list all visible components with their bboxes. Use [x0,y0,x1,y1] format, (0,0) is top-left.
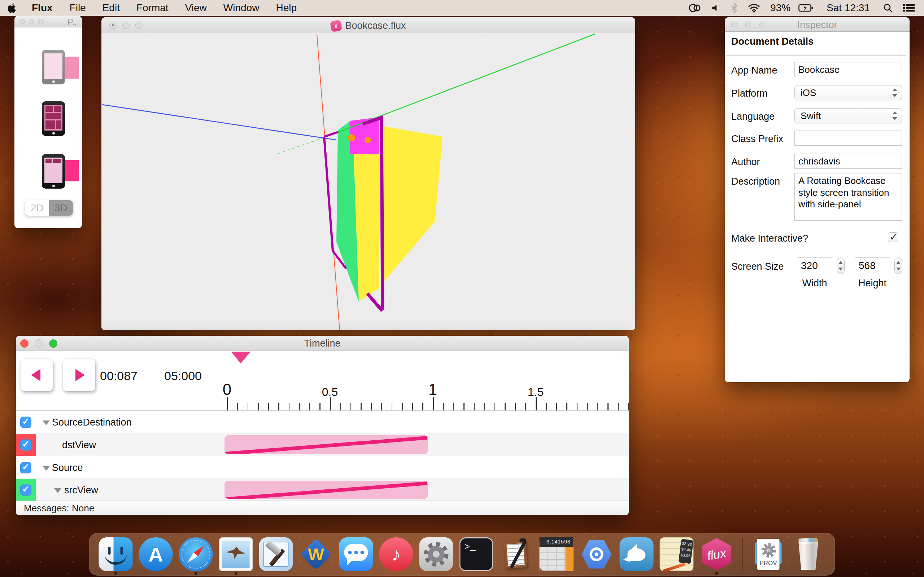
dock-messages[interactable] [339,537,373,571]
timeline-title: Timeline [16,338,629,349]
wifi-icon[interactable] [748,3,760,13]
ruler-major-ticks[interactable] [227,397,629,410]
creative-cloud-icon[interactable] [689,3,701,13]
make-interactive-label: Make Interactive? [731,233,808,244]
dock-terminal[interactable]: >_ [459,537,493,571]
platform-popup[interactable]: iOS [795,85,902,100]
language-popup[interactable]: Swift [795,108,902,123]
layer-row-srcview[interactable]: srcView [16,479,629,501]
language-value: Swift [801,110,821,121]
dock-flux[interactable]: flux [700,537,734,571]
apple-menu[interactable] [0,3,23,13]
side-panel-magenta [65,160,79,181]
description-field[interactable]: A Rotating Bookcase style screen transit… [795,173,902,221]
layer-name: Source [52,462,83,473]
layer-row-dstview[interactable]: dstView [16,434,629,456]
transition-style-sidepanel[interactable] [42,154,65,189]
menu-help[interactable]: Help [267,2,305,14]
trash-bin [797,542,820,570]
dock-w-rope-app[interactable]: W [299,537,333,571]
palette-window: P.. 2D 3D [15,16,82,228]
menu-format[interactable]: Format [128,2,177,14]
timeline-titlebar[interactable]: Timeline [16,336,629,351]
app-name-field[interactable] [795,62,902,77]
menu-clock[interactable]: Sat 12:31 [827,2,870,14]
disclosure-triangle-icon[interactable] [43,421,50,425]
minimize-button[interactable] [29,19,34,24]
document-titlebar[interactable]: fl Bookcase.flux [102,17,635,33]
layer-row-sourcedestination[interactable]: SourceDestination [16,411,629,434]
desktop: { "colors": { "accent_pink": "#ec3f8d", … [0,0,924,577]
width-stepper[interactable] [837,258,845,274]
author-field[interactable] [795,154,902,169]
scene-canvas-3d[interactable] [102,33,635,330]
dock: A W ♪ >_ 3.141593 $8.92$4.4 [89,533,835,575]
make-interactive-checkbox[interactable] [888,232,898,242]
toggle-2d[interactable]: 2D [25,200,49,216]
playhead[interactable] [231,351,250,364]
screen-height-field[interactable] [855,258,890,274]
zoom-button[interactable] [38,19,44,24]
menu-edit[interactable]: Edit [94,2,128,14]
bluetooth-icon[interactable] [730,3,738,13]
dock-xcode[interactable] [259,537,293,571]
battery-percent: 93% [770,2,790,14]
dock-provisioning-profile[interactable]: PROV [751,537,785,571]
home-button [52,185,55,187]
class-prefix-field[interactable] [795,131,902,146]
menu-file[interactable]: File [61,2,94,14]
layer-row-source[interactable]: Source [16,456,629,479]
platform-value: iOS [801,87,816,98]
visibility-checkbox[interactable] [20,484,31,495]
running-indicator [115,572,117,575]
step-forward-button[interactable] [63,359,95,391]
dock-itunes[interactable]: ♪ [380,537,413,571]
menu-view[interactable]: View [177,2,215,14]
step-back-button[interactable] [21,359,53,391]
dock-soulver[interactable]: $8.92$4.40$3.95 [660,537,694,571]
screen-size-label: Screen Size [731,261,784,272]
language-label: Language [731,111,775,122]
visibility-checkbox[interactable] [20,439,31,450]
close-button[interactable] [19,19,25,24]
dock-separator [742,538,743,571]
dock-mail[interactable] [219,537,253,571]
inspector-title: Inspector [725,19,909,31]
height-stepper[interactable] [894,258,902,274]
dock-trash[interactable] [792,537,825,571]
notification-center-icon[interactable] [903,3,914,12]
visibility-checkbox[interactable] [20,416,31,428]
dock-pcalc[interactable]: 3.141593 [540,537,573,571]
animation-bar[interactable] [225,481,428,499]
animation-bar[interactable] [225,435,428,454]
dock-hex-fiend[interactable] [499,537,533,571]
menu-window[interactable]: Window [215,2,268,14]
popup-chevrons-icon [892,111,897,120]
visibility-checkbox[interactable] [20,462,31,473]
width-caption: Width [797,278,832,289]
dock-safari[interactable] [179,537,213,571]
dock-system-preferences[interactable] [419,537,453,571]
transition-style-grid[interactable] [42,102,65,136]
dock-finder[interactable] [99,537,133,571]
author-label: Author [731,156,760,168]
class-prefix-label: Class Prefix [731,134,783,145]
transition-style-slide[interactable] [42,50,65,84]
chat-bubble-icon [344,544,368,561]
section-divider [726,56,906,56]
volume-icon[interactable] [711,3,720,13]
toggle-3d[interactable]: 3D [49,200,73,216]
disclosure-triangle-icon[interactable] [43,466,50,471]
flux-doc-icon: fl [330,20,342,32]
spotlight-icon[interactable] [883,3,893,13]
menu-app-name[interactable]: Flux [23,2,61,14]
screen-width-field[interactable] [797,258,832,274]
palette-titlebar[interactable]: P.. [15,16,82,27]
battery-icon[interactable] [798,3,814,12]
dock-app-engine-launcher[interactable] [580,537,614,571]
current-time: 00:087 [100,369,137,383]
dock-app-store[interactable]: A [139,537,173,571]
inspector-titlebar[interactable]: Inspector [725,17,909,32]
dock-twitter[interactable] [620,537,654,571]
disclosure-triangle-icon[interactable] [54,488,61,493]
